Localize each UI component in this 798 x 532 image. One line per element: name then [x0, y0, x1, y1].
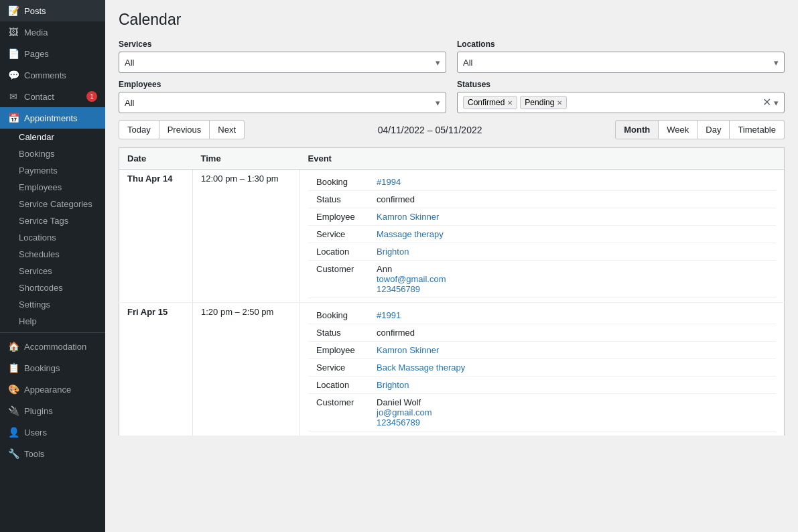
- plugins-icon: 🔌: [8, 405, 19, 416]
- week-view-button[interactable]: Week: [659, 120, 697, 139]
- today-button[interactable]: Today: [119, 120, 159, 139]
- status-value: confirmed: [369, 324, 776, 342]
- location-row: Location Brighton: [308, 243, 776, 261]
- sidebar-sub-bookings[interactable]: Bookings: [0, 145, 105, 162]
- locations-chevron-icon: ▾: [774, 58, 779, 68]
- employee-label: Employee: [308, 208, 369, 226]
- sidebar-sub-payments[interactable]: Payments: [0, 162, 105, 179]
- sidebar-sub-service-categories[interactable]: Service Categories: [0, 196, 105, 212]
- next-button[interactable]: Next: [210, 120, 245, 139]
- customer-phone-link[interactable]: 123456789: [377, 284, 420, 294]
- customer-email-link[interactable]: towof@gmail.com: [377, 274, 446, 284]
- status-row: Status confirmed: [308, 191, 776, 208]
- booking-row: Booking #1991: [308, 307, 776, 324]
- sidebar-item-appointments[interactable]: 📅 Appointments: [0, 107, 105, 129]
- employee-link[interactable]: Kamron Skinner: [377, 345, 439, 355]
- employees-label: Employees: [119, 80, 446, 89]
- sidebar: 📝 Posts 🖼 Media 📄 Pages 💬 Comments ✉ Con…: [0, 0, 105, 532]
- sidebar-item-plugins[interactable]: 🔌 Plugins: [0, 400, 105, 421]
- sidebar-item-bookings2[interactable]: 📋 Bookings: [0, 357, 105, 379]
- month-view-button[interactable]: Month: [615, 120, 659, 139]
- sidebar-item-media[interactable]: 🖼 Media: [0, 21, 105, 43]
- sidebar-sub-settings[interactable]: Settings: [0, 296, 105, 313]
- pending-tag-remove[interactable]: ✕: [557, 99, 562, 107]
- filters-bottom-row: Employees All ▾ Statuses Confirmed ✕ Pen…: [119, 80, 785, 113]
- location-row: Location Brighton: [308, 377, 776, 394]
- timetable-view-button[interactable]: Timetable: [730, 120, 785, 139]
- services-select[interactable]: All ▾: [119, 52, 446, 73]
- booking-label: Booking: [308, 174, 369, 191]
- time-cell-1: 1:20 pm – 2:50 pm: [193, 303, 300, 436]
- confirmed-tag-remove[interactable]: ✕: [507, 99, 513, 107]
- location-label: Location: [308, 377, 369, 394]
- customer-value: Daniel Wolf jo@gmail.com 123456789: [369, 394, 776, 431]
- location-value: Brighton: [369, 377, 776, 394]
- employees-select[interactable]: All ▾: [119, 92, 446, 113]
- customer-label: Customer: [308, 261, 369, 298]
- employees-chevron-icon: ▾: [436, 98, 440, 108]
- sidebar-sub-service-tags[interactable]: Service Tags: [0, 212, 105, 229]
- time-cell-0: 12:00 pm – 1:30 pm: [193, 170, 300, 303]
- status-label: Status: [308, 324, 369, 342]
- sidebar-sub-help[interactable]: Help: [0, 313, 105, 330]
- employees-filter-group: Employees All ▾: [119, 80, 446, 113]
- locations-label: Locations: [457, 40, 785, 49]
- locations-select[interactable]: All ▾: [457, 52, 785, 73]
- statuses-select[interactable]: Confirmed ✕ Pending ✕ ✕ ▾: [457, 92, 785, 113]
- sidebar-sub-employees[interactable]: Employees: [0, 179, 105, 196]
- sidebar-sub-schedules[interactable]: Schedules: [0, 246, 105, 263]
- location-label: Location: [308, 243, 369, 261]
- locations-filter-group: Locations All ▾: [457, 40, 785, 73]
- service-link[interactable]: Massage therapy: [377, 229, 444, 239]
- booking-row: Booking #1994: [308, 174, 776, 191]
- filters-top-row: Services All ▾ Locations All ▾: [119, 40, 785, 73]
- services-filter-group: Services All ▾: [119, 40, 446, 73]
- sidebar-sub-services[interactable]: Services: [0, 263, 105, 279]
- service-value: Back Massage therapy: [369, 359, 776, 377]
- services-chevron-icon: ▾: [436, 58, 440, 68]
- service-label: Service: [308, 359, 369, 377]
- booking-value: #1991: [369, 307, 776, 324]
- statuses-label: Statuses: [457, 80, 785, 89]
- status-tags-container: Confirmed ✕ Pending ✕: [463, 96, 762, 109]
- sidebar-item-pages[interactable]: 📄 Pages: [0, 43, 105, 64]
- sidebar-item-comments[interactable]: 💬 Comments: [0, 64, 105, 86]
- statuses-filter-group: Statuses Confirmed ✕ Pending ✕ ✕ ▾: [457, 80, 785, 113]
- time-column-header: Time: [193, 148, 300, 170]
- pending-tag-label: Pending: [525, 98, 554, 107]
- customer-row: Customer Daniel Wolf jo@gmail.com 123456…: [308, 394, 776, 431]
- accommodation-icon: 🏠: [8, 341, 19, 352]
- sidebar-item-posts[interactable]: 📝 Posts: [0, 0, 105, 21]
- customer-email-link[interactable]: jo@gmail.com: [377, 407, 432, 417]
- sidebar-item-accommodation[interactable]: 🏠 Accommodation: [0, 336, 105, 357]
- sidebar-sub-calendar[interactable]: Calendar: [0, 129, 105, 145]
- customer-label: Customer: [308, 394, 369, 431]
- location-link[interactable]: Brighton: [377, 247, 409, 257]
- day-view-button[interactable]: Day: [697, 120, 730, 139]
- comments-icon: 💬: [8, 70, 19, 80]
- sidebar-item-contact[interactable]: ✉ Contact 1: [0, 86, 105, 107]
- view-buttons: Month Week Day Timetable: [615, 120, 785, 139]
- sidebar-sub-shortcodes[interactable]: Shortcodes: [0, 279, 105, 296]
- table-row: Fri Apr 151:20 pm – 2:50 pm Booking #199…: [119, 303, 785, 436]
- booking-label: Booking: [308, 307, 369, 324]
- booking-link[interactable]: #1991: [377, 310, 401, 320]
- customer-phone-link[interactable]: 123456789: [377, 417, 420, 427]
- statuses-clear-all[interactable]: ✕: [762, 97, 771, 108]
- sidebar-sub-locations[interactable]: Locations: [0, 229, 105, 246]
- booking-link[interactable]: #1994: [377, 177, 401, 187]
- service-row: Service Massage therapy: [308, 226, 776, 243]
- employee-link[interactable]: Kamron Skinner: [377, 212, 439, 222]
- date-cell-0: Thu Apr 14: [119, 170, 193, 303]
- status-row: Status confirmed: [308, 324, 776, 342]
- location-link[interactable]: Brighton: [377, 380, 409, 390]
- service-link[interactable]: Back Massage therapy: [377, 362, 465, 373]
- calendar-nav: Today Previous Next 04/11/2022 – 05/11/2…: [119, 120, 785, 139]
- previous-button[interactable]: Previous: [159, 120, 210, 139]
- sidebar-item-tools[interactable]: 🔧 Tools: [0, 443, 105, 464]
- sidebar-item-appearance[interactable]: 🎨 Appearance: [0, 379, 105, 400]
- employee-label: Employee: [308, 342, 369, 359]
- sidebar-item-users[interactable]: 👤 Users: [0, 421, 105, 443]
- event-column-header: Event: [300, 148, 785, 170]
- date-column-header: Date: [119, 148, 193, 170]
